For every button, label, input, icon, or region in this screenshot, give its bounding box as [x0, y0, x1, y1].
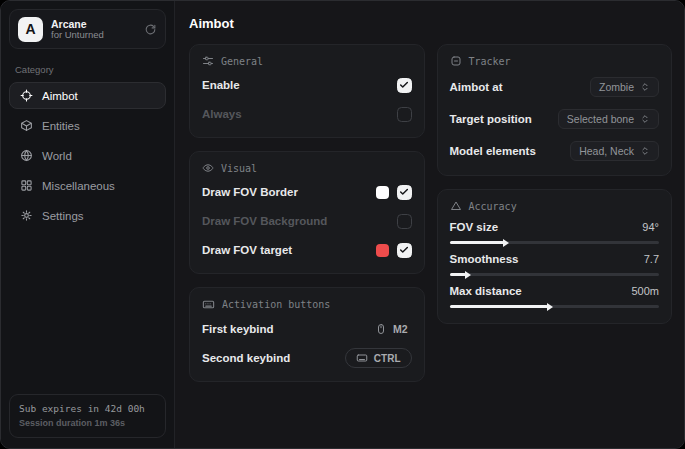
session-duration-text: Session duration 1m 36s — [19, 417, 156, 431]
setting-row: Draw FOV target — [202, 239, 412, 261]
section-title: Tracker — [469, 56, 511, 67]
setting-label: Draw FOV target — [202, 244, 292, 256]
sidebar-item-entities[interactable]: Entities — [9, 112, 166, 139]
slider-value: 94° — [642, 221, 659, 233]
activation-card: Activation buttons First keybind M2 — [189, 287, 425, 382]
sidebar: A Arcane for Unturned Category Aimbot — [1, 1, 175, 448]
select-value: Selected bone — [567, 113, 634, 125]
select-value: Head, Neck — [579, 145, 634, 157]
aimbot-at-select[interactable]: Zombie — [590, 77, 659, 97]
slider-block: FOV size 94° — [450, 221, 660, 244]
select-value: Zombie — [599, 81, 634, 93]
setting-row: Model elements Head, Neck — [450, 138, 660, 163]
page-title: Aimbot — [189, 16, 672, 31]
fov-target-color-swatch[interactable] — [376, 244, 389, 257]
fov-border-checkbox[interactable] — [397, 185, 412, 200]
sidebar-item-settings[interactable]: Settings — [9, 202, 166, 229]
sidebar-item-miscellaneous[interactable]: Miscellaneous — [9, 172, 166, 199]
sidebar-item-label: Aimbot — [42, 90, 78, 102]
eye-icon — [202, 162, 214, 174]
setting-label: Second keybind — [202, 352, 290, 364]
sidebar-item-aimbot[interactable]: Aimbot — [9, 82, 166, 109]
fov-size-slider[interactable] — [450, 241, 660, 244]
sidebar-item-label: Settings — [42, 210, 84, 222]
slider-value: 500m — [631, 285, 659, 297]
category-label: Category — [15, 64, 160, 75]
slider-value: 7.7 — [644, 253, 659, 265]
main-content: Aimbot General Enable — [175, 1, 684, 448]
model-elements-select[interactable]: Head, Neck — [570, 141, 659, 161]
slider-thumb[interactable] — [465, 271, 471, 279]
enable-checkbox[interactable] — [397, 78, 412, 93]
mouse-icon — [375, 323, 387, 335]
always-checkbox[interactable] — [397, 107, 412, 122]
keyboard-icon — [356, 352, 368, 364]
target-position-select[interactable]: Selected bone — [558, 109, 659, 129]
setting-row: Target position Selected bone — [450, 106, 660, 131]
setting-row: Draw FOV Background — [202, 210, 412, 232]
setting-row: Enable — [202, 74, 412, 96]
fov-border-color-swatch[interactable] — [376, 186, 389, 199]
first-keybind-button[interactable]: M2 — [371, 320, 412, 338]
sidebar-nav: Aimbot Entities World — [9, 82, 166, 229]
sidebar-item-world[interactable]: World — [9, 142, 166, 169]
setting-label: Draw FOV Background — [202, 215, 327, 227]
refresh-icon[interactable] — [144, 23, 157, 36]
section-title: Activation buttons — [222, 299, 330, 310]
sliders-icon — [202, 55, 214, 67]
keybind-value: M2 — [393, 323, 408, 335]
app-window: A Arcane for Unturned Category Aimbot — [0, 0, 685, 449]
setting-label: First keybind — [202, 323, 274, 335]
slider-label: Smoothness — [450, 253, 519, 265]
setting-label: Aimbot at — [450, 81, 503, 93]
slider-block: Smoothness 7.7 — [450, 253, 660, 276]
setting-row: Draw FOV Border — [202, 181, 412, 203]
setting-label: Always — [202, 108, 242, 120]
app-subtitle: for Unturned — [51, 30, 136, 41]
section-title: Visual — [221, 163, 257, 174]
sidebar-item-label: Entities — [42, 120, 80, 132]
sub-expires-text: Sub expires in 42d 00h — [19, 402, 156, 416]
setting-label: Target position — [450, 113, 532, 125]
keybind-value: CTRL — [374, 353, 401, 364]
grid-icon — [20, 179, 33, 192]
setting-label: Draw FOV Border — [202, 186, 298, 198]
second-keybind-button[interactable]: CTRL — [345, 348, 412, 368]
setting-row: First keybind M2 — [202, 318, 412, 340]
triangle-icon — [450, 200, 462, 212]
chevrons-up-down-icon — [640, 82, 650, 92]
keyboard-icon — [202, 298, 215, 311]
app-name: Arcane — [51, 18, 136, 30]
subscription-status: Sub expires in 42d 00h Session duration … — [9, 394, 166, 438]
cube-icon — [20, 119, 33, 132]
sidebar-item-label: World — [42, 150, 72, 162]
section-title: General — [221, 56, 263, 67]
slider-block: Max distance 500m — [450, 285, 660, 308]
setting-label: Model elements — [450, 145, 536, 157]
scan-box-icon — [450, 55, 462, 67]
setting-row: Aimbot at Zombie — [450, 74, 660, 99]
tracker-card: Tracker Aimbot at Zombie Target position — [437, 44, 673, 176]
chevrons-up-down-icon — [640, 146, 650, 156]
setting-row: Second keybind CTRL — [202, 347, 412, 369]
setting-row: Always — [202, 103, 412, 125]
slider-label: Max distance — [450, 285, 522, 297]
general-card: General Enable Always — [189, 44, 425, 138]
slider-label: FOV size — [450, 221, 499, 233]
smoothness-slider[interactable] — [450, 273, 660, 276]
crosshair-icon — [20, 89, 33, 102]
section-title: Accuracy — [469, 201, 517, 212]
app-logo: A — [18, 17, 43, 42]
setting-label: Enable — [202, 79, 240, 91]
accuracy-card: Accuracy FOV size 94° Smoothness — [437, 189, 673, 324]
gear-icon — [20, 209, 33, 222]
brand-card: A Arcane for Unturned — [9, 9, 166, 49]
fov-target-checkbox[interactable] — [397, 243, 412, 258]
sidebar-item-label: Miscellaneous — [42, 180, 115, 192]
slider-thumb[interactable] — [547, 303, 553, 311]
max-distance-slider[interactable] — [450, 305, 660, 308]
fov-background-checkbox[interactable] — [397, 214, 412, 229]
visual-card: Visual Draw FOV Border Draw FOV Backgrou… — [189, 151, 425, 274]
slider-thumb[interactable] — [503, 239, 509, 247]
globe-icon — [20, 149, 33, 162]
